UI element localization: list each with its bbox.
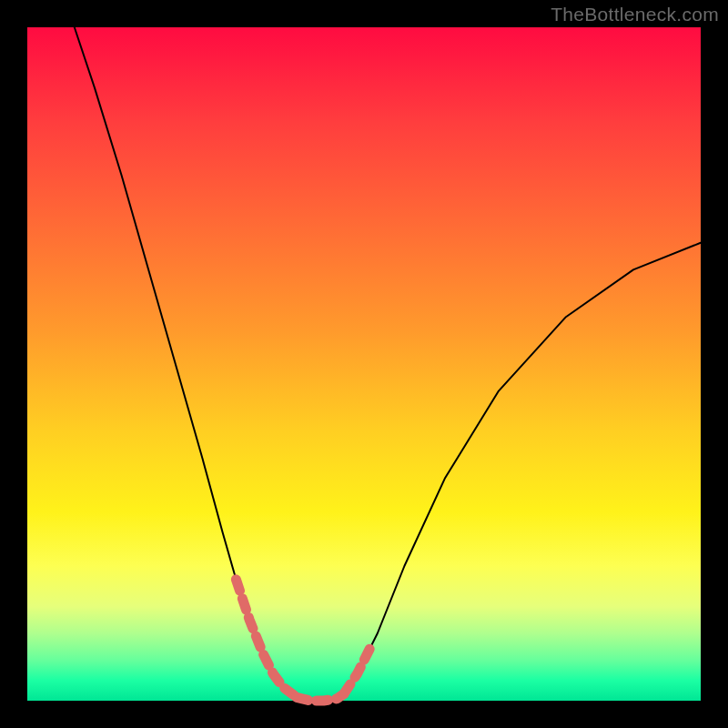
highlight-valley-segment (297, 694, 344, 701)
highlight-left-segment (236, 580, 297, 698)
chart-stage: TheBottleneck.com (0, 0, 728, 728)
gradient-plot-area (27, 27, 701, 701)
watermark-text: TheBottleneck.com (551, 4, 719, 25)
curve-layer (27, 27, 701, 701)
bottleneck-curve (75, 27, 701, 701)
highlight-right-segment (344, 647, 371, 694)
